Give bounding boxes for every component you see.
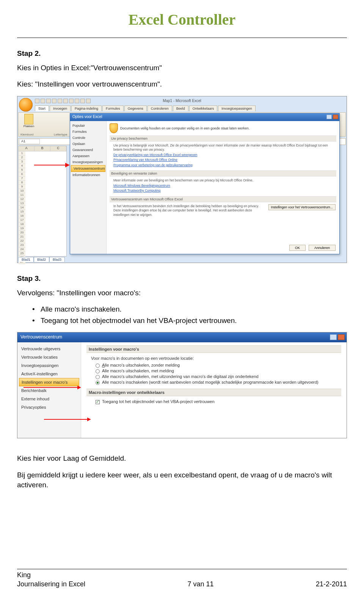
trustcenter-nav-item[interactable]: Vertrouwde uitgevers (17, 345, 81, 353)
name-box[interactable]: A1 (19, 139, 40, 144)
row-header[interactable]: 1 (19, 151, 25, 156)
section-trustcenter-title: Vertrouwenscentrum van Microsoft Office … (110, 196, 336, 202)
row-header[interactable]: 13 (19, 202, 25, 206)
ribbon-tab[interactable]: Invoegen (50, 106, 71, 111)
tail-line2: Bij gemiddeld krijgt u iedere keer weer,… (17, 470, 347, 490)
options-dialog: Opties voor Excel PopulairFormulesContro… (70, 113, 340, 254)
col-header[interactable]: B (35, 146, 50, 151)
radio-icon[interactable] (96, 369, 100, 373)
row-header[interactable]: 8 (19, 181, 25, 185)
shield-icon (110, 123, 118, 133)
sheet-tab[interactable]: Blad2 (34, 257, 49, 262)
row-header[interactable]: 11 (19, 193, 25, 197)
options-nav-item[interactable]: Aanpassen (70, 153, 106, 159)
row-header[interactable]: 2 (19, 156, 25, 160)
ribbon-tab[interactable]: Formules (102, 106, 124, 111)
ribbon-tabs[interactable]: Start Invoegen Pagina-indeling Formules … (35, 106, 256, 111)
radio-icon[interactable] (96, 375, 100, 379)
row-header[interactable]: 19 (19, 227, 25, 231)
trustcenter-nav-item[interactable]: Invoegtoepassingen (17, 361, 81, 370)
options-nav-item[interactable]: Invoegtoepassingen (70, 159, 106, 165)
options-nav-item[interactable]: Opslaan (70, 141, 106, 147)
row-header[interactable]: 16 (19, 214, 25, 218)
dialog-titlebar[interactable]: Opties voor Excel (70, 113, 339, 121)
cancel-button[interactable]: Annuleren (309, 245, 336, 251)
paste-button[interactable]: Plakken (20, 114, 38, 135)
trustcenter-nav[interactable]: Vertrouwde uitgeversVertrouwde locatiesI… (17, 342, 81, 438)
privacy-link[interactable]: Programma voor verbetering van de gebrui… (113, 163, 336, 167)
step2-heading: Stap 2. (17, 49, 347, 58)
trustcenter-nav-item[interactable]: Instellingen voor macro's (19, 378, 79, 386)
row-header[interactable]: 18 (19, 222, 25, 227)
privacy-link[interactable]: De privacyverklaring van Microsoft Offic… (113, 153, 336, 157)
radio-icon[interactable] (96, 381, 100, 385)
radio-icon[interactable] (96, 364, 100, 368)
macro-option[interactable]: Alle macro's inschakelen (wordt niet aan… (96, 380, 341, 385)
row-header[interactable]: 3 (19, 160, 25, 164)
close-icon[interactable] (338, 334, 345, 340)
trustcenter-title-text: Vertrouwenscentrum (20, 334, 62, 340)
help-icon[interactable] (326, 115, 332, 119)
options-nav-item[interactable]: Vertrouwenscentrum (71, 165, 105, 172)
sheet-tab[interactable]: Blad3 (49, 257, 65, 262)
security-link[interactable]: Microsoft Windows Beveiligingscentrum (113, 184, 336, 188)
paste-label: Plakken (20, 124, 38, 128)
row-header[interactable]: 14 (19, 206, 25, 210)
trustcenter-body: In het Vertrouwenscentrum bevinden zich … (113, 204, 265, 217)
app-title: Map1 - Microsoft Excel (17, 99, 347, 103)
trustcenter-titlebar[interactable]: Vertrouwenscentrum (17, 332, 347, 342)
ribbon-tab[interactable]: Invoegtoepassingen (218, 106, 256, 111)
ribbon-tab[interactable]: Ontwikkelaars (189, 106, 218, 111)
col-header[interactable]: A (19, 146, 35, 151)
row-header[interactable]: 15 (19, 210, 25, 214)
vba-access-option[interactable]: Toegang tot het objectmodel van het VBA-… (96, 399, 341, 404)
row-header[interactable]: 23 (19, 243, 25, 247)
col-header[interactable]: C (50, 146, 66, 151)
macro-option[interactable]: Alle macro's uitschakelen, zonder meldin… (96, 363, 341, 368)
dialog-title-text: Opties voor Excel (72, 115, 102, 119)
sheet-tabs[interactable]: Blad1 Blad2 Blad3 (18, 257, 65, 262)
macro-option[interactable]: Alle macro's uitschakelen, met melding (96, 369, 341, 373)
ok-button[interactable]: OK (289, 245, 306, 251)
trustcenter-nav-item[interactable]: Externe inhoud (17, 395, 81, 403)
row-header[interactable]: 22 (19, 239, 25, 243)
row-header[interactable]: 9 (19, 185, 25, 189)
ribbon-tab[interactable]: Start (35, 106, 49, 111)
trustcenter-settings-button[interactable]: Instellingen voor het Vertrouwenscentrum… (268, 204, 336, 210)
options-nav-item[interactable]: Populair (70, 123, 106, 129)
trustcenter-nav-item[interactable]: Vertrouwde locaties (17, 353, 81, 361)
options-nav[interactable]: PopulairFormulesControleOpslaanGeavancee… (70, 121, 107, 254)
worksheet-area[interactable]: A B C 1234567891011121314151617181920212… (18, 146, 67, 257)
options-nav-item[interactable]: Controle (70, 135, 106, 141)
checkbox-icon[interactable] (96, 400, 100, 404)
trustcenter-nav-item[interactable]: Privacyopties (17, 403, 81, 411)
row-header[interactable]: 6 (19, 172, 25, 176)
security-link[interactable]: Microsoft Trustworthy Computing (113, 189, 336, 193)
options-nav-item[interactable]: Geavanceerd (70, 147, 106, 153)
annotation-arrow-icon (34, 165, 69, 165)
row-header[interactable]: 7 (19, 176, 25, 181)
close-icon[interactable] (333, 115, 338, 119)
row-header[interactable]: 12 (19, 197, 25, 202)
row-header[interactable]: 10 (19, 189, 25, 193)
row-header[interactable]: 5 (19, 168, 25, 172)
sheet-tab[interactable]: Blad1 (18, 257, 34, 262)
row-header[interactable]: 24 (19, 247, 25, 252)
ribbon-tab[interactable]: Gegevens (124, 106, 147, 111)
row-header[interactable]: 21 (19, 235, 25, 239)
row-header[interactable]: 4 (19, 164, 25, 168)
help-icon[interactable] (330, 334, 337, 340)
ribbon-tab[interactable]: Controleren (147, 106, 172, 111)
macro-option[interactable]: Alle macro's uitschakelen, met uitzonder… (96, 374, 341, 379)
row-header[interactable]: 17 (19, 218, 25, 222)
trustcenter-nav-item[interactable]: ActiveX-instellingen (17, 370, 81, 378)
ribbon-tab[interactable]: Beeld (173, 106, 188, 111)
ribbon-tab[interactable]: Pagina-indeling (71, 106, 102, 111)
privacy-link[interactable]: Privacyverklaring van Microsoft Office O… (113, 158, 336, 162)
annotation-arrow-icon (44, 419, 90, 420)
options-nav-item[interactable]: Informatiebronnen (70, 172, 106, 178)
section-privacy-title: Uw privacy beschermen (110, 135, 336, 142)
row-header[interactable]: 20 (19, 231, 25, 235)
row-header[interactable]: 25 (19, 252, 25, 256)
options-nav-item[interactable]: Formules (70, 129, 106, 135)
